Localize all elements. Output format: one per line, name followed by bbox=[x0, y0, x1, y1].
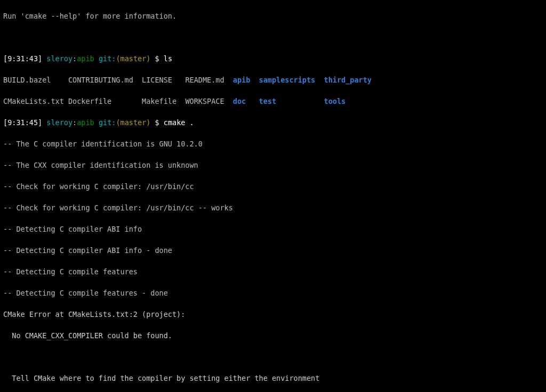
error-line: No CMAKE_CXX_COMPILER could be found. bbox=[3, 330, 543, 341]
prompt-dir: apib bbox=[77, 54, 94, 63]
ls-spacer bbox=[315, 97, 324, 105]
output-line: Run 'cmake --help' for more information. bbox=[3, 11, 543, 21]
ls-dir: tools bbox=[324, 97, 346, 105]
ls-dir: third_party bbox=[324, 76, 372, 84]
ls-file: CONTRIBUTING.md bbox=[68, 76, 142, 84]
ls-dir: apib bbox=[233, 76, 251, 84]
error-line: CMake Error at CMakeLists.txt:2 (project… bbox=[3, 309, 543, 320]
output-line: -- The C compiler identification is GNU … bbox=[3, 138, 543, 149]
command-input[interactable]: ls bbox=[164, 54, 172, 63]
ls-file: WORKSPACE bbox=[185, 97, 232, 105]
prompt-dir: apib bbox=[77, 118, 94, 127]
prompt-dollar: $ bbox=[150, 54, 163, 63]
output-line: -- Detecting C compiler ABI info - done bbox=[3, 245, 543, 256]
output-line bbox=[3, 32, 543, 43]
ls-spacer bbox=[250, 97, 259, 105]
prompt-time: [9:31:43] bbox=[3, 54, 42, 63]
ls-row: BUILD.bazel CONTRIBUTING.md LICENSE READ… bbox=[3, 75, 543, 85]
output-line: -- Detecting C compile features bbox=[3, 266, 543, 277]
ls-file: BUILD.bazel bbox=[3, 76, 68, 84]
prompt-branch: (master) bbox=[116, 118, 150, 127]
ls-dir: samplescripts bbox=[259, 76, 316, 84]
output-line bbox=[3, 352, 543, 362]
prompt-sep: : bbox=[73, 54, 77, 63]
ls-spacer bbox=[315, 76, 324, 84]
ls-file: Makefile bbox=[142, 97, 185, 105]
output-line: -- Detecting C compiler ABI info bbox=[3, 224, 543, 234]
output-line: -- Detecting C compile features - done bbox=[3, 288, 543, 298]
prompt-line: [9:31:45] sleroy:apib git:(master) $ cma… bbox=[3, 117, 543, 128]
ls-dir: test bbox=[259, 97, 316, 105]
prompt-line: [9:31:43] sleroy:apib git:(master) $ ls bbox=[3, 53, 543, 64]
ls-file: LICENSE bbox=[142, 76, 185, 84]
prompt-sep: : bbox=[73, 118, 77, 127]
terminal-output[interactable]: Run 'cmake --help' for more information.… bbox=[0, 0, 546, 392]
prompt-time: [9:31:45] bbox=[3, 118, 42, 127]
output-line: -- Check for working C compiler: /usr/bi… bbox=[3, 181, 543, 192]
ls-spacer bbox=[250, 76, 259, 84]
prompt-git-label: git: bbox=[99, 118, 116, 127]
prompt-user: sleroy bbox=[46, 54, 73, 63]
output-line: -- Check for working C compiler: /usr/bi… bbox=[3, 202, 543, 213]
ls-file: CMakeLists.txt bbox=[3, 97, 68, 105]
prompt-git-label: git: bbox=[99, 54, 116, 63]
ls-row: CMakeLists.txt Dockerfile Makefile WORKS… bbox=[3, 96, 543, 107]
prompt-branch: (master) bbox=[116, 54, 150, 63]
output-line: -- The CXX compiler identification is un… bbox=[3, 160, 543, 170]
error-line: Tell CMake where to find the compiler by… bbox=[3, 373, 543, 383]
ls-file: Dockerfile bbox=[68, 97, 142, 105]
prompt-user: sleroy bbox=[46, 118, 73, 127]
prompt-dollar: $ bbox=[150, 118, 163, 127]
ls-file: README.md bbox=[185, 76, 232, 84]
ls-dir: doc bbox=[233, 97, 251, 105]
command-input[interactable]: cmake . bbox=[164, 118, 194, 127]
